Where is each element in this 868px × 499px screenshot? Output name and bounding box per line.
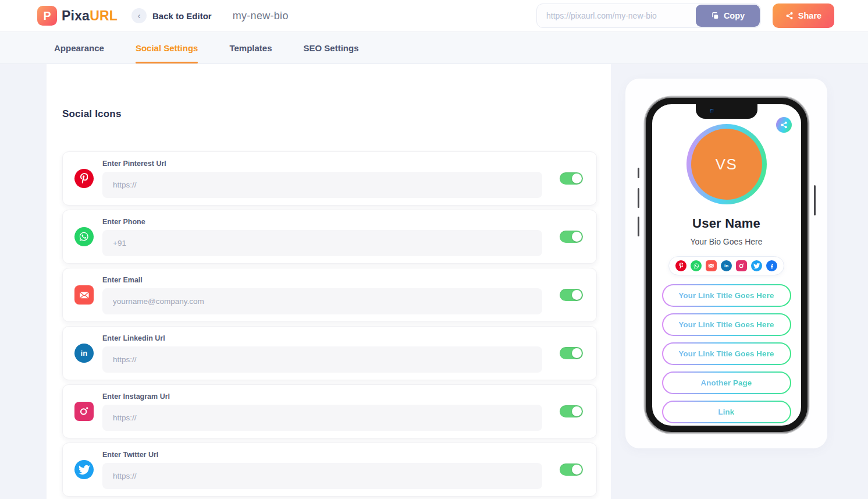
pixaurl-logo-icon: P	[37, 6, 57, 26]
linkedin-icon: in	[74, 344, 94, 363]
preview-bio: Your Bio Goes Here	[691, 237, 763, 246]
bio-url-group: Copy	[536, 3, 761, 28]
phone-screen: VS User Name Your Bio Goes Here in Your …	[652, 104, 801, 426]
social-fields-list: Enter Pinterest Url Enter Phone Enter Em…	[62, 151, 597, 499]
whatsapp-icon	[74, 227, 94, 246]
social-input-email[interactable]	[102, 288, 542, 314]
toggle-knob	[572, 406, 582, 416]
enable-toggle[interactable]	[560, 289, 583, 301]
field-label: Enter Twitter Url	[102, 451, 542, 459]
preview-link-button[interactable]: Your Link Title Goes Here	[662, 313, 791, 336]
phone-preview-panel: VS User Name Your Bio Goes Here in Your …	[625, 79, 827, 448]
back-icon[interactable]: ‹	[131, 8, 147, 23]
phone-mute-switch	[638, 168, 639, 178]
preview-email-icon[interactable]	[706, 260, 717, 271]
tab-templates[interactable]: Templates	[229, 32, 272, 63]
field-label: Enter Pinterest Url	[102, 160, 542, 168]
brand-logo[interactable]: P PixaURL	[37, 6, 118, 26]
brand-name: PixaURL	[62, 8, 118, 24]
social-input-twitter[interactable]	[102, 463, 542, 489]
preview-social-icons: in	[668, 256, 784, 275]
page-title: my-new-bio	[233, 10, 289, 22]
app-header: P PixaURL ‹ Back to Editor my-new-bio Co…	[0, 0, 868, 32]
preview-share-button[interactable]	[776, 117, 792, 133]
social-field-card-whatsapp: Enter Phone	[62, 210, 597, 264]
phone-power-button	[814, 185, 816, 215]
toggle-knob	[572, 290, 582, 300]
social-field-card-email: Enter Email	[62, 268, 597, 322]
toggle-knob	[572, 174, 582, 183]
tab-social-settings[interactable]: Social Settings	[136, 32, 198, 63]
social-input-instagram[interactable]	[102, 405, 542, 431]
avatar-ring: VS	[686, 124, 767, 204]
copy-icon	[711, 12, 719, 20]
editor-tabbar: AppearanceSocial SettingsTemplatesSEO Se…	[0, 32, 868, 64]
phone-camera-icon	[710, 109, 714, 113]
phone-notch	[696, 104, 757, 119]
social-settings-panel: Social Icons Enter Pinterest Url Enter P…	[47, 64, 611, 499]
preview-user-name: User Name	[692, 216, 760, 231]
section-title: Social Icons	[62, 108, 597, 120]
enable-toggle[interactable]	[560, 347, 583, 359]
social-field-card-linkedin: in Enter Linkedin Url	[62, 326, 597, 380]
preview-link-button[interactable]: Your Link Title Goes Here	[662, 342, 791, 365]
back-to-editor-button[interactable]: Back to Editor	[152, 11, 212, 21]
enable-toggle[interactable]	[560, 405, 583, 417]
preview-whatsapp-icon[interactable]	[691, 260, 702, 271]
share-button[interactable]: Share	[773, 3, 834, 28]
preview-links-list: Your Link Title Goes HereYour Link Title…	[662, 284, 791, 423]
enable-toggle[interactable]	[560, 172, 583, 185]
toggle-knob	[572, 465, 582, 475]
preview-facebook-icon[interactable]	[766, 260, 777, 271]
instagram-icon	[74, 402, 94, 421]
social-input-linkedin[interactable]	[102, 346, 542, 373]
avatar-initials: VS	[716, 155, 738, 174]
svg-text:P: P	[43, 9, 51, 22]
copy-button[interactable]: Copy	[696, 5, 760, 27]
social-field-card-instagram: Enter Instagram Url	[62, 384, 597, 438]
field-label: Enter Instagram Url	[102, 392, 542, 401]
phone-mockup: VS User Name Your Bio Goes Here in Your …	[646, 98, 807, 432]
pinterest-icon	[74, 169, 94, 188]
field-label: Enter Phone	[102, 218, 542, 226]
email-icon	[74, 285, 94, 305]
phone-volume-down-button	[638, 217, 639, 236]
preview-instagram-icon[interactable]	[736, 260, 747, 271]
social-field-card-twitter: Enter Twitter Url	[62, 443, 597, 497]
field-label: Enter Email	[102, 276, 542, 284]
enable-toggle[interactable]	[560, 463, 583, 476]
preview-link-button[interactable]: Another Page	[662, 371, 791, 394]
share-icon	[785, 12, 794, 20]
social-field-card-pinterest: Enter Pinterest Url	[62, 151, 597, 206]
preview-pinterest-icon[interactable]	[675, 260, 686, 271]
avatar: VS	[691, 129, 762, 200]
tab-appearance[interactable]: Appearance	[54, 32, 104, 63]
toggle-knob	[572, 232, 582, 242]
share-icon	[780, 121, 788, 129]
tab-seo-settings[interactable]: SEO Settings	[304, 32, 359, 63]
preview-link-button[interactable]: Link	[662, 401, 791, 423]
twitter-icon	[74, 460, 94, 479]
enable-toggle[interactable]	[560, 231, 583, 243]
social-input-whatsapp[interactable]	[102, 230, 542, 256]
toggle-knob	[572, 348, 582, 358]
social-input-pinterest[interactable]	[102, 172, 542, 198]
preview-linkedin-icon[interactable]: in	[721, 260, 732, 271]
field-label: Enter Linkedin Url	[102, 334, 542, 342]
preview-twitter-icon[interactable]	[751, 260, 762, 271]
phone-volume-up-button	[638, 188, 639, 208]
preview-link-button[interactable]: Your Link Title Goes Here	[662, 284, 791, 307]
main-area: Social Icons Enter Pinterest Url Enter P…	[0, 64, 868, 499]
